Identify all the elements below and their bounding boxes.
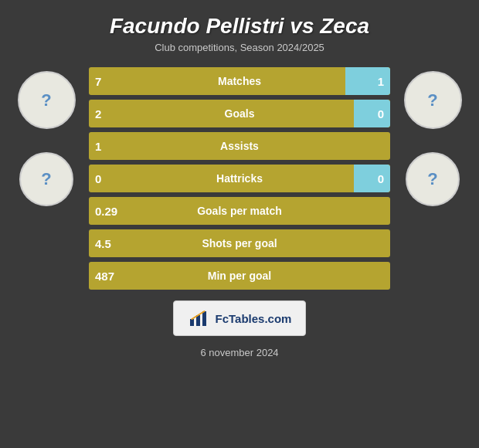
stat-left-matches: 7 bbox=[95, 75, 101, 88]
logo-box: FcTables.com bbox=[173, 300, 307, 336]
stat-row-matches: 7Matches1 bbox=[89, 67, 390, 95]
stat-label-hattricks: Hattricks bbox=[216, 172, 263, 185]
stat-row-hattricks: 0Hattricks0 bbox=[89, 165, 390, 192]
stat-bar-goals: 2Goals0 bbox=[89, 100, 390, 127]
left-avatar-bottom-icon: ? bbox=[41, 169, 51, 189]
stat-label-goals: Goals bbox=[225, 107, 255, 120]
stat-left-goals-per-match: 0.29 bbox=[95, 205, 117, 218]
svg-rect-2 bbox=[202, 311, 206, 326]
left-avatar-bottom: ? bbox=[19, 152, 73, 206]
right-avatars: ? ? bbox=[394, 67, 471, 206]
stat-row-goals: 2Goals0 bbox=[89, 100, 390, 127]
stat-bar-min-per-goal: 487Min per goal bbox=[89, 262, 390, 290]
svg-rect-0 bbox=[190, 319, 194, 326]
logo-text: FcTables.com bbox=[216, 312, 292, 325]
right-avatar-bottom: ? bbox=[406, 152, 460, 206]
stat-bar-assists: 1Assists bbox=[89, 132, 390, 160]
stat-label-assists: Assists bbox=[220, 140, 259, 152]
main-content: ? ? 7Matches12Goals01Assists0Hattricks00… bbox=[0, 67, 479, 290]
right-avatar-top: ? bbox=[404, 71, 462, 129]
stat-row-assists: 1Assists bbox=[89, 132, 390, 160]
stat-label-matches: Matches bbox=[218, 75, 261, 87]
stat-left-min-per-goal: 487 bbox=[95, 270, 114, 283]
stat-left-goals: 2 bbox=[95, 107, 101, 120]
stats-column: 7Matches12Goals01Assists0Hattricks00.29G… bbox=[85, 67, 394, 290]
logo-chart-icon bbox=[188, 307, 209, 329]
stat-right-goals: 0 bbox=[378, 107, 384, 120]
stat-label-shots-per-goal: Shots per goal bbox=[202, 237, 277, 249]
stat-left-assists: 1 bbox=[95, 140, 101, 153]
stat-right-hattricks: 0 bbox=[378, 172, 384, 185]
stat-row-shots-per-goal: 4.5Shots per goal bbox=[89, 229, 390, 257]
right-avatar-top-icon: ? bbox=[427, 90, 437, 110]
page-subtitle: Club competitions, Season 2024/2025 bbox=[15, 42, 464, 53]
stat-row-min-per-goal: 487Min per goal bbox=[89, 262, 390, 290]
stat-bar-matches: 7Matches1 bbox=[89, 67, 390, 95]
right-avatar-bottom-icon: ? bbox=[427, 169, 437, 189]
page-title: Facundo Pellistri vs Zeca bbox=[15, 14, 464, 39]
header: Facundo Pellistri vs Zeca Club competiti… bbox=[0, 0, 479, 59]
stat-bar-shots-per-goal: 4.5Shots per goal bbox=[89, 229, 390, 257]
footer-date: 6 november 2024 bbox=[200, 347, 278, 358]
left-avatar-top: ? bbox=[18, 71, 76, 129]
stat-bar-goals-per-match: 0.29Goals per match bbox=[89, 197, 390, 225]
logo-section: FcTables.com bbox=[173, 300, 307, 336]
stat-label-min-per-goal: Min per goal bbox=[208, 270, 271, 282]
stat-right-matches: 1 bbox=[378, 75, 384, 88]
left-avatar-top-icon: ? bbox=[41, 90, 51, 110]
stat-row-goals-per-match: 0.29Goals per match bbox=[89, 197, 390, 225]
stat-left-shots-per-goal: 4.5 bbox=[95, 237, 111, 250]
stat-left-hattricks: 0 bbox=[95, 172, 101, 185]
stat-bar-hattricks: 0Hattricks0 bbox=[89, 165, 390, 192]
left-avatars: ? ? bbox=[8, 67, 85, 206]
stat-label-goals-per-match: Goals per match bbox=[197, 205, 282, 217]
